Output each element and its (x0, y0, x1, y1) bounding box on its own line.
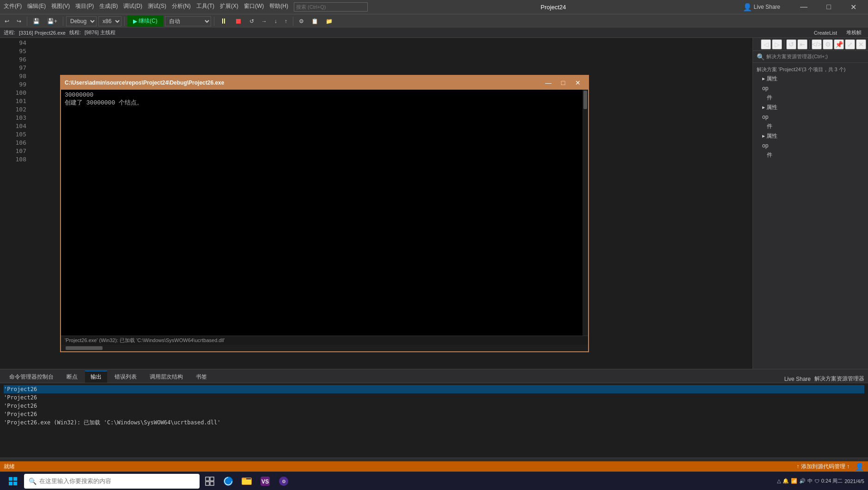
console-minimize-btn[interactable]: — (542, 78, 555, 87)
se-item-ji2[interactable]: 件 (753, 122, 868, 131)
console-scrollbar[interactable] (583, 90, 588, 336)
line-prefix: 线程: (69, 29, 81, 36)
se-btn-pin[interactable]: 📌 (834, 39, 844, 49)
menu-project[interactable]: 项目(P) (75, 2, 94, 12)
se-item-3[interactable]: ▸ 属性 (753, 131, 868, 141)
taskbar-edge-icon[interactable] (220, 473, 237, 490)
add-to-source-control[interactable]: ↑ 添加到源代码管理 ↑ (796, 463, 850, 471)
se-btn-code[interactable]: </> (812, 39, 822, 49)
svg-rect-0 (9, 477, 12, 481)
bottom-live-share-link[interactable]: Live Share (784, 376, 811, 382)
global-search-input[interactable] (294, 2, 368, 12)
continue-button[interactable]: ▶ 继续(C) (127, 16, 163, 27)
stack-btn[interactable]: 堆栈帧 (844, 27, 864, 38)
line-100: 100 (0, 89, 30, 97)
output-item-4-label: 'Project26.exe (Win32): 已加载 'C:\Windows\… (4, 419, 220, 426)
se-btn-refresh[interactable]: ↺ (786, 39, 796, 49)
tab-call-hierarchy[interactable]: 调用层次结构 (144, 371, 188, 383)
taskbar-explorer-icon[interactable] (238, 473, 255, 490)
se-item-2[interactable]: ▸ 属性 (753, 103, 868, 112)
menu-view[interactable]: 视图(V) (51, 2, 70, 12)
console-h-scrollbar[interactable] (61, 345, 588, 351)
se-btn-settings[interactable]: ⚙ (823, 39, 833, 49)
tray-security[interactable]: 🛡 (814, 478, 819, 484)
code-editor[interactable]: C:\Users\admin\source\repos\Project24\De… (30, 38, 753, 369)
se-btn-forward[interactable]: ▷ (772, 39, 782, 49)
se-item-op1[interactable]: op (753, 84, 868, 93)
se-btn-close[interactable]: ✕ (856, 39, 866, 49)
minimize-button[interactable]: — (793, 0, 814, 14)
console-scroll-thumb[interactable] (583, 91, 587, 109)
bottom-panel-resize-handle[interactable] (0, 458, 868, 461)
debug-config-select[interactable]: Debug (66, 16, 97, 26)
console-body[interactable]: 30000000 创建了 30000000 个结点。 (61, 90, 583, 336)
start-button[interactable] (4, 473, 22, 490)
tray-notification[interactable]: 🔔 (783, 478, 789, 484)
console-close-btn[interactable]: ✕ (571, 78, 584, 87)
tab-error-list[interactable]: 错误列表 (109, 371, 142, 383)
toolbar-more3[interactable]: 📁 (323, 16, 335, 27)
debug-stop-btn[interactable]: ⏹ (232, 16, 245, 27)
toolbar-save-all[interactable]: 💾+ (44, 16, 60, 27)
toolbar-undo[interactable]: ↩ (2, 16, 12, 27)
se-solution-root[interactable]: 解决方案 'Project24'(3 个项目，共 3 个) (753, 65, 868, 74)
se-btn-back[interactable]: ◁ (761, 39, 771, 49)
toolbar-redo[interactable]: ↪ (14, 16, 24, 27)
menu-window[interactable]: 窗口(W) (244, 2, 264, 12)
output-item-1-label: 'Project26 (4, 394, 37, 401)
status-bar: 就绪 ↑ 添加到源代码管理 ↑ 👤 (0, 461, 868, 472)
console-maximize-btn[interactable]: □ (557, 78, 570, 87)
menu-tools[interactable]: 工具(T) (196, 2, 214, 12)
console-window-controls: — □ ✕ (542, 78, 584, 87)
toolbar-more1[interactable]: ⚙ (296, 16, 307, 27)
create-list-btn[interactable]: CreateList (811, 27, 840, 38)
se-item-ji1[interactable]: 件 (753, 93, 868, 103)
line-94: 94 (0, 39, 30, 47)
toolbar-more2[interactable]: 📋 (309, 16, 321, 27)
clock-time: 0:24 周二 (821, 478, 843, 484)
debug-restart-btn[interactable]: ↺ (247, 16, 257, 27)
debug-step-over-btn[interactable]: → (259, 16, 270, 27)
auto-select[interactable]: 自动 (165, 16, 211, 26)
menu-help[interactable]: 帮助(H) (269, 2, 288, 12)
debug-step-out-btn[interactable]: ↑ (282, 16, 290, 27)
se-item-op3[interactable]: op (753, 141, 868, 150)
taskbar-vs-icon[interactable]: VS (257, 473, 273, 490)
live-share-button[interactable]: 👤 Live Share (739, 3, 784, 12)
menu-build[interactable]: 生成(B) (99, 2, 118, 12)
maximize-button[interactable]: □ (818, 0, 839, 14)
debug-step-in-btn[interactable]: ↓ (272, 16, 280, 27)
task-view-icon[interactable] (201, 473, 218, 490)
tray-network[interactable]: 📶 (791, 478, 797, 484)
toolbar-save[interactable]: 💾 (30, 16, 42, 27)
bottom-solution-explorer-link[interactable]: 解决方案资源管理器 (814, 375, 864, 383)
output-content[interactable]: 'Project26 'Project26 'Project26 'Projec… (0, 383, 868, 458)
debug-pause-btn[interactable]: ⏸ (217, 16, 230, 27)
platform-select[interactable]: x86 (98, 16, 121, 26)
play-icon: ▶ (133, 18, 137, 24)
menu-file[interactable]: 文件(F) (4, 2, 22, 12)
menu-extensions[interactable]: 扩展(X) (220, 2, 238, 12)
se-item-ji3[interactable]: 件 (753, 150, 868, 160)
tab-bookmarks[interactable]: 书签 (190, 371, 212, 383)
taskbar-search-input[interactable] (39, 478, 195, 484)
tab-breakpoints[interactable]: 断点 (61, 371, 83, 383)
tray-expand[interactable]: △ (777, 478, 781, 484)
menu-test[interactable]: 测试(S) (148, 2, 166, 12)
se-btn-collapse[interactable]: ⇤ (797, 39, 807, 49)
menu-edit[interactable]: 编辑(E) (27, 2, 46, 12)
tray-input-lang[interactable]: 中 (807, 478, 813, 484)
bottom-tabs-bar: 命令管理器控制台 断点 输出 错误列表 调用层次结构 书签 Live Share… (0, 369, 868, 383)
tray-volume[interactable]: 🔊 (799, 478, 806, 484)
taskbar-vsmgr-icon[interactable]: ⚙ (275, 473, 292, 490)
se-btn-float[interactable]: ⤢ (845, 39, 855, 49)
menu-analyze[interactable]: 分析(N) (172, 2, 191, 12)
tab-output[interactable]: 输出 (85, 371, 107, 383)
se-item-1[interactable]: ▸ 属性 (753, 74, 868, 84)
close-button[interactable]: ✕ (843, 0, 864, 14)
taskbar-search-box[interactable]: 🔍 (24, 474, 200, 489)
tab-command-manager[interactable]: 命令管理器控制台 (4, 371, 59, 383)
menu-debug[interactable]: 调试(D) (123, 2, 142, 12)
se-item-op2[interactable]: op (753, 112, 868, 122)
console-h-thumb[interactable] (66, 346, 103, 350)
